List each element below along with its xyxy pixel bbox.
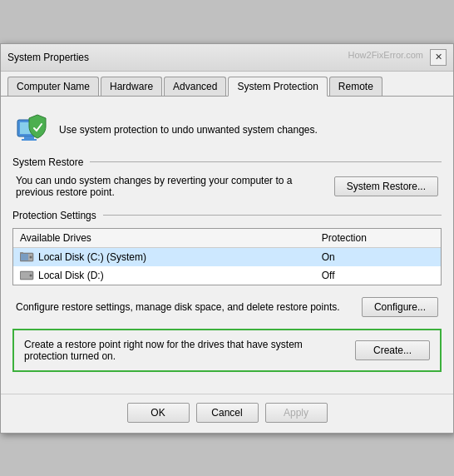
configure-section: Configure restore settings, manage disk … [12, 297, 442, 317]
ok-button[interactable]: OK [127, 403, 190, 423]
svg-point-6 [30, 255, 32, 258]
protection-status-on: On [315, 247, 441, 266]
configure-button[interactable]: Configure... [362, 297, 438, 317]
footer: OK Cancel Apply [1, 394, 453, 433]
close-button[interactable]: ✕ [430, 49, 447, 66]
svg-point-11 [30, 274, 32, 276]
system-restore-line [90, 161, 442, 162]
system-restore-label: System Restore [12, 156, 83, 168]
tab-bar: Computer Name Hardware Advanced System P… [1, 72, 453, 97]
create-button[interactable]: Create... [355, 340, 430, 360]
svg-rect-2 [24, 136, 34, 139]
system-properties-window: System Properties How2FixError.com ✕ Com… [0, 43, 454, 434]
system-restore-content: You can undo system changes by reverting… [12, 175, 442, 198]
configure-description: Configure restore settings, manage disk … [16, 301, 353, 313]
protection-settings-header: Protection Settings [12, 210, 442, 221]
col-protection: Protection [315, 229, 441, 248]
title-bar: System Properties How2FixError.com ✕ [1, 44, 453, 72]
system-restore-button[interactable]: System Restore... [334, 176, 438, 196]
system-restore-header: System Restore [12, 156, 442, 168]
table-row[interactable]: Local Disk (C:) (System) On [13, 247, 441, 266]
svg-rect-7 [21, 254, 28, 260]
svg-rect-8 [20, 252, 23, 254]
table-row[interactable]: Local Disk (D:) Off [13, 266, 441, 285]
protection-settings-line [103, 215, 442, 216]
protection-status-off: Off [315, 266, 441, 285]
top-description: Use system protection to undo unwanted s… [59, 124, 318, 136]
drives-table: Available Drives Protection [13, 229, 441, 285]
tab-system-protection[interactable]: System Protection [228, 77, 327, 97]
tab-remote[interactable]: Remote [329, 77, 382, 96]
window-title: System Properties [7, 52, 89, 63]
protection-settings-section: Protection Settings Available Drives Pro… [12, 210, 442, 285]
col-drives: Available Drives [13, 229, 315, 248]
create-section: Create a restore point right now for the… [12, 329, 442, 372]
tab-hardware[interactable]: Hardware [101, 77, 162, 96]
content-area: Use system protection to undo unwanted s… [1, 97, 453, 394]
drive-cell: Local Disk (C:) (System) [13, 247, 315, 266]
create-description: Create a restore point right now for the… [24, 339, 347, 362]
apply-button[interactable]: Apply [265, 403, 328, 423]
system-restore-section: System Restore You can undo system chang… [12, 156, 442, 198]
cancel-button[interactable]: Cancel [196, 403, 259, 423]
drives-table-wrapper: Available Drives Protection [12, 228, 442, 285]
svg-rect-3 [22, 139, 37, 141]
tab-advanced[interactable]: Advanced [164, 77, 226, 96]
top-section: Use system protection to undo unwanted s… [12, 107, 442, 156]
system-restore-description: You can undo system changes by reverting… [16, 175, 326, 198]
tab-computer-name[interactable]: Computer Name [7, 77, 99, 96]
drive-cell: Local Disk (D:) [13, 266, 315, 285]
watermark: How2FixError.com [348, 50, 423, 60]
protection-settings-label: Protection Settings [12, 210, 96, 221]
shield-icon [16, 113, 49, 146]
table-header-row: Available Drives Protection [13, 229, 441, 248]
